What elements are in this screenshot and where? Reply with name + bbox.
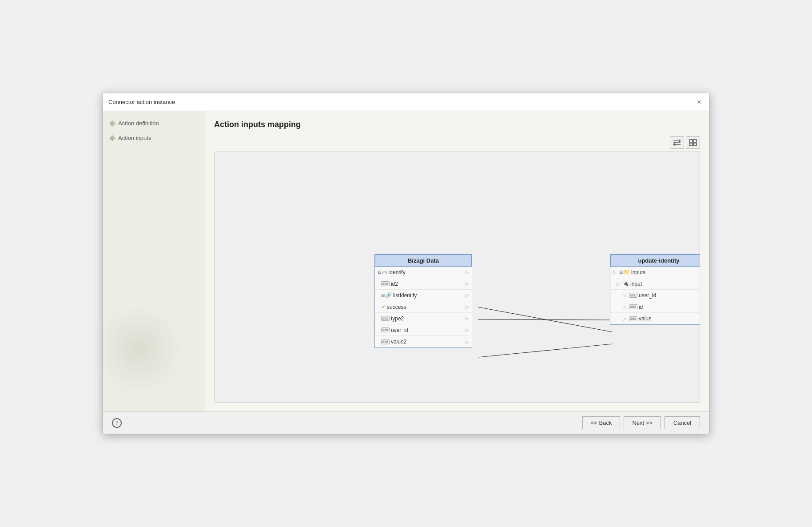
check-icon: ✓ [381, 304, 386, 310]
table-row: ⊟ 🗃 Identify ▷ [375, 267, 472, 278]
toolbar [214, 136, 700, 149]
table-row: ▷ abc user_id [610, 290, 700, 301]
next-button[interactable]: Next >> [624, 416, 661, 429]
canvas-inner: Bizagi Data ⊟ 🗃 Identify ▷ abc [215, 152, 700, 402]
cancel-button[interactable]: Cancel [665, 416, 700, 429]
svg-rect-4 [693, 140, 697, 142]
title-bar: Connector action instance × [103, 93, 709, 111]
close-button[interactable]: × [695, 98, 704, 107]
row-label: type2 [391, 315, 404, 322]
table-row: abc value2 ▷ [375, 336, 472, 347]
dialog-title: Connector action instance [108, 99, 175, 105]
row-label: success [387, 304, 406, 310]
connector-arrow: ▷ [466, 316, 469, 321]
connector-arrow: ▷ [466, 293, 469, 298]
connector-arrow-left: ▷ [623, 316, 626, 321]
map-button[interactable] [670, 136, 684, 149]
svg-line-8 [478, 319, 612, 320]
svg-line-7 [478, 307, 612, 332]
abc-icon: abc [381, 316, 390, 321]
connector-arrow: ▷ [466, 281, 469, 286]
abc-icon: abc [629, 293, 637, 298]
diamond-icon [109, 135, 115, 141]
sidebar-item-action-inputs[interactable]: Action inputs [110, 135, 198, 141]
table-row: abc user_id ▷ [375, 324, 472, 336]
layout-button[interactable] [686, 136, 700, 149]
svg-rect-3 [689, 140, 693, 142]
update-identity-table: update-identity ▷ ⊟ 📁 inputs ▷ [610, 254, 700, 325]
update-identity-header: update-identity [610, 255, 700, 267]
table-row: ▷ ⊟ 📁 inputs [610, 267, 700, 278]
update-identity-body: ▷ ⊟ 📁 inputs ▷ 🔌 input [610, 267, 700, 324]
abc-icon: abc [381, 339, 390, 344]
link-icon: 🔗 [386, 292, 392, 298]
table-row: ⊞ 🔗 listIdentify ▷ [375, 290, 472, 301]
bottom-bar: ? << Back Next >> Cancel [103, 411, 709, 434]
page-title: Action inputs mapping [214, 120, 700, 129]
table-row: ✓ success ▷ [375, 301, 472, 313]
bizagi-table-header: Bizagi Data [375, 255, 472, 267]
abc-icon: abc [381, 327, 390, 332]
abc-icon: abc [629, 304, 637, 309]
help-button[interactable]: ? [112, 418, 122, 428]
plug-icon: 🔌 [623, 281, 629, 287]
table-row: ▷ 🔌 input [610, 278, 700, 290]
row-label: input [630, 281, 642, 287]
connector-arrow: ▷ [466, 339, 469, 344]
expand-icon[interactable]: ⊟ [619, 270, 623, 275]
sidebar-item-label: Action definition [118, 120, 159, 127]
table-row: ▷ abc value [610, 313, 700, 324]
svg-line-9 [478, 344, 612, 357]
connector-arrow-left: ▷ [623, 293, 626, 298]
expand-icon[interactable]: ⊞ [381, 293, 385, 298]
connector-arrow: ▷ [466, 327, 469, 332]
folder-icon: 📁 [624, 269, 630, 275]
connector-arrow: ▷ [466, 270, 469, 275]
row-label: Identify [388, 269, 406, 275]
sidebar-item-action-definition[interactable]: Action definition [110, 120, 198, 127]
connector-arrow: ▷ [466, 304, 469, 309]
map-icon [673, 139, 681, 147]
row-label: value2 [391, 339, 406, 345]
layout-icon [689, 139, 697, 147]
dialog: Connector action instance × Action defin… [103, 93, 709, 434]
row-label: user_id [639, 292, 656, 299]
diamond-icon [109, 120, 115, 126]
content-area: Action definition Action inputs Action i… [103, 111, 709, 411]
bottom-buttons: << Back Next >> Cancel [582, 416, 700, 429]
row-label: listIdentify [393, 292, 417, 299]
connector-arrow-left: ▷ [623, 304, 626, 309]
table-row: ▷ abc id [610, 301, 700, 313]
db-icon: 🗃 [382, 270, 387, 275]
table-row: abc id2 ▷ [375, 278, 472, 290]
back-button[interactable]: << Back [582, 416, 621, 429]
svg-rect-6 [693, 143, 697, 146]
connector-arrow-left: ▷ [613, 270, 617, 275]
row-label: id2 [391, 281, 398, 287]
sidebar-watermark [103, 305, 183, 394]
row-label: user_id [391, 327, 408, 333]
row-label: inputs [631, 269, 645, 275]
bizagi-table-body: ⊟ 🗃 Identify ▷ abc id2 ▷ [375, 267, 472, 347]
sidebar-item-label: Action inputs [118, 135, 151, 141]
main-panel: Action inputs mapping [205, 111, 709, 411]
expand-icon[interactable]: ⊟ [378, 270, 381, 275]
row-label: value [639, 315, 652, 322]
abc-icon: abc [629, 316, 637, 321]
svg-rect-5 [689, 143, 693, 146]
mapping-canvas: Bizagi Data ⊟ 🗃 Identify ▷ abc [214, 152, 700, 403]
row-label: id [639, 304, 643, 310]
table-row: abc type2 ▷ [375, 313, 472, 324]
abc-icon: abc [381, 281, 390, 286]
sidebar: Action definition Action inputs [103, 111, 205, 411]
bizagi-table: Bizagi Data ⊟ 🗃 Identify ▷ abc [374, 254, 472, 348]
connector-arrow-left: ▷ [617, 281, 620, 286]
